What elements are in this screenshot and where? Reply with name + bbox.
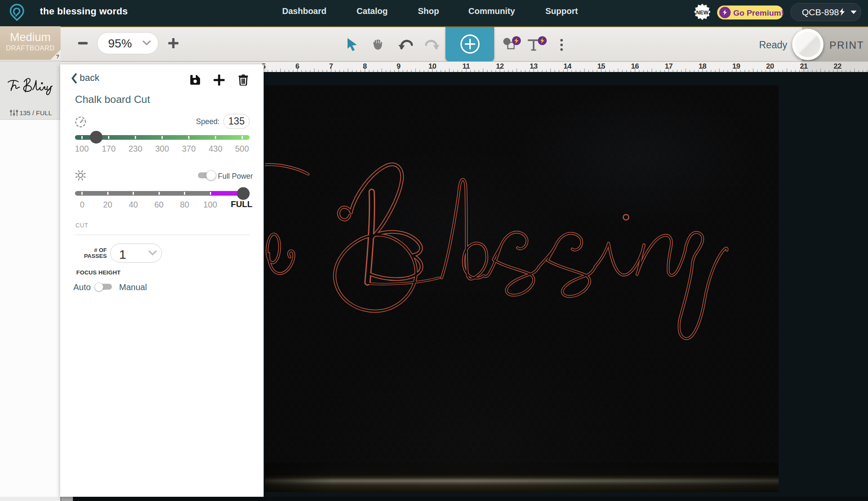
svg-text:NEW: NEW (696, 10, 708, 16)
svg-text:12: 12 (496, 62, 504, 70)
svg-text:15: 15 (597, 62, 605, 70)
svg-text:21: 21 (800, 62, 808, 70)
svg-text:9: 9 (397, 62, 401, 70)
svg-text:17: 17 (665, 62, 673, 70)
svg-text:8: 8 (363, 62, 367, 70)
svg-text:18: 18 (698, 62, 707, 70)
svg-text:10: 10 (428, 62, 437, 70)
svg-text:19: 19 (732, 62, 740, 70)
svg-text:14: 14 (563, 62, 571, 70)
svg-text:6: 6 (295, 62, 299, 70)
svg-text:7: 7 (329, 62, 333, 70)
svg-text:22: 22 (834, 62, 842, 70)
svg-text:20: 20 (766, 62, 774, 70)
svg-text:11: 11 (462, 62, 470, 70)
svg-text:16: 16 (631, 62, 639, 70)
svg-text:13: 13 (530, 62, 538, 70)
